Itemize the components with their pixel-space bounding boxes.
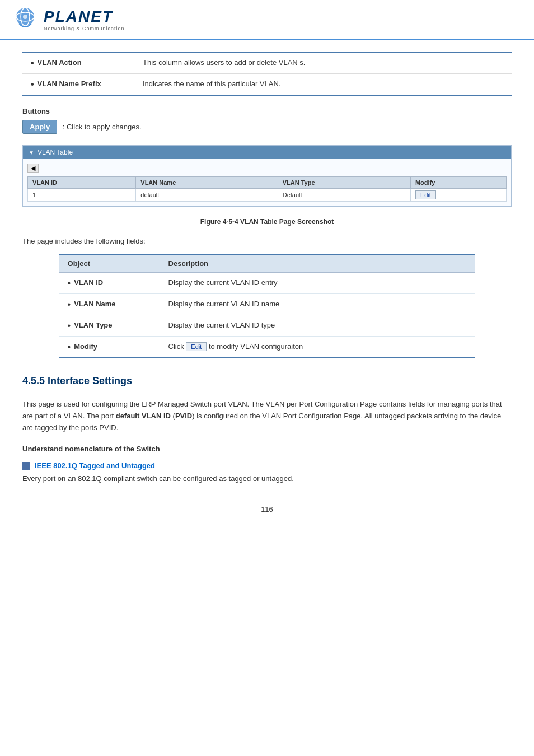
obj-label: VLAN Type bbox=[74, 321, 112, 329]
term-cell: • VLAN Name Prefix bbox=[22, 74, 134, 96]
logo-subtitle-text: Networking & Communication bbox=[44, 26, 125, 31]
bullet-icon: • bbox=[31, 80, 34, 89]
collapse-arrow-icon[interactable]: ▼ bbox=[29, 150, 34, 156]
page-header: PLANET Networking & Communication bbox=[0, 0, 534, 40]
col-vlan-id: VLAN ID bbox=[28, 177, 136, 189]
table-row: 1 default Default Edit bbox=[28, 189, 507, 202]
vlan-inner-table: VLAN ID VLAN Name VLAN Type Modify 1 def… bbox=[27, 176, 507, 202]
col-modify: Modify bbox=[410, 177, 506, 189]
logo-planet-text: PLANET bbox=[44, 8, 125, 26]
main-content: • VLAN Action This column allows users t… bbox=[0, 40, 534, 494]
obj-term: • Modify bbox=[59, 337, 160, 358]
bullet-icon: • bbox=[68, 279, 71, 288]
logo: PLANET Networking & Communication bbox=[11, 6, 125, 34]
modify-cell: Edit bbox=[410, 189, 506, 202]
logo-text: PLANET Networking & Communication bbox=[44, 8, 125, 31]
object-description-table: Object Description • VLAN ID Display the… bbox=[59, 254, 475, 358]
table-row: • Modify Click Edit to modify VLAN confi… bbox=[59, 337, 475, 358]
figure-caption: Figure 4-5-4 VLAN Table Page Screenshot bbox=[22, 218, 512, 226]
fields-intro-text: The page includes the following fields: bbox=[22, 237, 512, 245]
bullet-icon: • bbox=[68, 300, 71, 309]
vlan-id-cell: 1 bbox=[28, 189, 136, 202]
modify-edit-button[interactable]: Edit bbox=[186, 342, 207, 351]
vlan-nav-bar: ◀ bbox=[27, 164, 507, 173]
obj-term: • VLAN Type bbox=[59, 315, 160, 337]
term-cell: • VLAN Action bbox=[22, 52, 134, 74]
apply-row: Apply : Click to apply changes. bbox=[22, 120, 512, 134]
page-number: 116 bbox=[0, 494, 534, 525]
para-bold2: PVID bbox=[175, 412, 192, 420]
modify-desc-suffix: to modify VLAN configuraiton bbox=[207, 342, 303, 351]
para-bold1: default VLAN ID bbox=[116, 412, 171, 420]
vlan-table-box: ▼ VLAN Table ◀ VLAN ID VLAN Name VLAN Ty… bbox=[22, 145, 512, 207]
apply-button[interactable]: Apply bbox=[22, 120, 57, 134]
vlan-name-cell: default bbox=[136, 189, 278, 202]
obj-term: • VLAN Name bbox=[59, 294, 160, 315]
nav-prev-button[interactable]: ◀ bbox=[27, 164, 39, 173]
vlan-box-title: VLAN Table bbox=[38, 148, 73, 156]
table-row: • VLAN ID Display the current VLAN ID en… bbox=[59, 273, 475, 294]
bullet-icon: • bbox=[68, 321, 71, 330]
top-description-table: • VLAN Action This column allows users t… bbox=[22, 52, 512, 96]
ieee-description: Every port on an 802.1Q compliant switch… bbox=[22, 474, 512, 483]
logo-icon bbox=[11, 6, 39, 34]
table-row: • VLAN Type Display the current VLAN ID … bbox=[59, 315, 475, 337]
obj-desc: Display the current VLAN ID type bbox=[160, 315, 475, 337]
bullet-icon: • bbox=[68, 343, 71, 352]
term-label: VLAN Name Prefix bbox=[38, 80, 101, 88]
col-vlan-type: VLAN Type bbox=[278, 177, 410, 189]
ieee-title-row: IEEE 802.1Q Tagged and Untagged bbox=[22, 461, 512, 470]
table-row: • VLAN Action This column allows users t… bbox=[22, 52, 512, 74]
figure-bold: Figure 4-5-4 bbox=[200, 218, 238, 226]
desc-cell: Indicates the name of this particular VL… bbox=[134, 74, 512, 96]
table-row: • VLAN Name Display the current VLAN ID … bbox=[59, 294, 475, 315]
table-row: • VLAN Name Prefix Indicates the name of… bbox=[22, 74, 512, 96]
section-455-title: 4.5.5 Interface Settings bbox=[22, 375, 512, 390]
buttons-section: Buttons Apply : Click to apply changes. bbox=[22, 107, 512, 134]
modify-desc-prefix: Click bbox=[168, 342, 186, 351]
subsection-nomenclature-title: Understand nomenclature of the Switch bbox=[22, 445, 512, 453]
vlan-type-cell: Default bbox=[278, 189, 410, 202]
vlan-box-content: ◀ VLAN ID VLAN Name VLAN Type Modify 1 d… bbox=[23, 159, 511, 206]
obj-label: VLAN ID bbox=[74, 278, 103, 287]
obj-label: VLAN Name bbox=[74, 300, 115, 308]
buttons-title: Buttons bbox=[22, 107, 512, 115]
obj-col-object: Object bbox=[59, 254, 160, 273]
obj-col-description: Description bbox=[160, 254, 475, 273]
ieee-link-text[interactable]: IEEE 802.1Q Tagged and Untagged bbox=[35, 461, 155, 470]
table-header-row: VLAN ID VLAN Name VLAN Type Modify bbox=[28, 177, 507, 189]
obj-desc: Display the current VLAN ID entry bbox=[160, 273, 475, 294]
edit-button[interactable]: Edit bbox=[415, 190, 436, 199]
bullet-icon: • bbox=[31, 59, 34, 68]
section-455-paragraph: This page is used for configuring the LR… bbox=[22, 399, 512, 433]
ieee-bar-icon bbox=[22, 462, 30, 470]
para-mid1: ( bbox=[171, 412, 175, 420]
term-label: VLAN Action bbox=[38, 58, 82, 67]
obj-desc: Display the current VLAN ID name bbox=[160, 294, 475, 315]
obj-label: Modify bbox=[74, 342, 97, 351]
obj-header-row: Object Description bbox=[59, 254, 475, 273]
vlan-box-header: ▼ VLAN Table bbox=[23, 146, 511, 159]
figure-rest: VLAN Table Page Screenshot bbox=[238, 218, 334, 226]
obj-term: • VLAN ID bbox=[59, 273, 160, 294]
obj-desc-modify: Click Edit to modify VLAN configuraiton bbox=[160, 337, 475, 358]
apply-description: : Click to apply changes. bbox=[63, 123, 142, 131]
desc-cell: This column allows users to add or delet… bbox=[134, 52, 512, 74]
col-vlan-name: VLAN Name bbox=[136, 177, 278, 189]
svg-point-3 bbox=[23, 15, 27, 19]
